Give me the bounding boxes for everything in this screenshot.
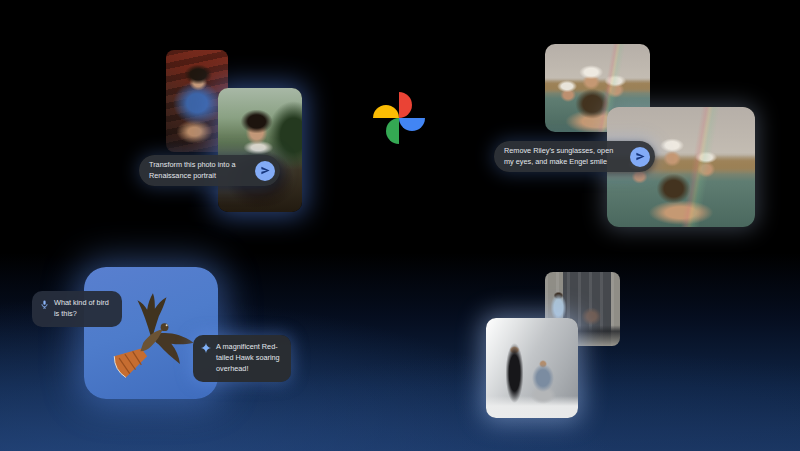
prompt-text: Transform this photo into a Renaissance … <box>149 160 249 181</box>
prompt-pill-renaissance[interactable]: Transform this photo into a Renaissance … <box>139 155 280 186</box>
promo-canvas: Transform this photo into a Renaissance … <box>0 0 800 451</box>
answer-text: A magnificent Red-tailed Hawk soaring ov… <box>216 342 283 375</box>
google-photos-logo-icon <box>373 92 425 144</box>
photo-studio[interactable] <box>486 318 578 418</box>
voice-mic-icon <box>40 299 49 310</box>
send-arrow-icon <box>260 165 271 176</box>
prompt-text: Remove Riley's sunglasses, open my eyes,… <box>504 146 624 167</box>
send-arrow-icon <box>635 151 646 162</box>
answer-bubble: A magnificent Red-tailed Hawk soaring ov… <box>193 335 291 382</box>
send-button[interactable] <box>630 147 650 167</box>
photo-renaissance-result[interactable] <box>218 88 302 212</box>
question-text: What kind of bird is this? <box>54 298 114 320</box>
question-bubble: What kind of bird is this? <box>32 291 122 327</box>
prompt-pill-retouch[interactable]: Remove Riley's sunglasses, open my eyes,… <box>494 141 655 172</box>
gemini-sparkle-icon <box>201 343 211 353</box>
send-button[interactable] <box>255 161 275 181</box>
